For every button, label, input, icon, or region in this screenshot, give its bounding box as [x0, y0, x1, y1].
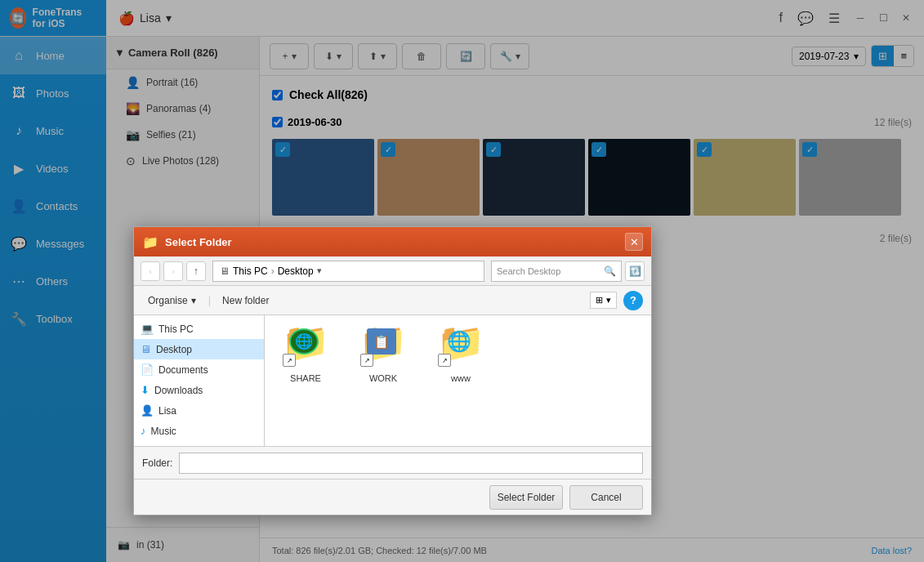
- downloads-label: Downloads: [154, 385, 203, 396]
- dialog-close-button[interactable]: ✕: [625, 233, 643, 251]
- organise-label: Organise: [148, 295, 188, 306]
- lisa-label: Lisa: [158, 405, 176, 417]
- work-label: WORK: [369, 373, 397, 383]
- dialog-title: Select Folder: [165, 236, 232, 248]
- tree-item-music[interactable]: ♪ Music: [134, 421, 264, 441]
- dialog-files-area: 📁 🌐 ↗ SHARE 📁 📋: [265, 315, 651, 446]
- thispc-label: This PC: [158, 323, 194, 335]
- refresh-button[interactable]: 🔃: [625, 261, 645, 281]
- share-shortcut-icon: ↗: [283, 354, 296, 367]
- breadcrumb-desktop: Desktop: [278, 265, 314, 277]
- thispc-icon: 💻: [141, 323, 154, 335]
- dialog-footer: Folder:: [134, 446, 651, 479]
- dialog-title-left: 📁 Select Folder: [142, 234, 232, 250]
- dialog-body: 💻 This PC 🖥 Desktop 📄 Documents ⬇ Downlo…: [134, 315, 651, 446]
- desktop-label: Desktop: [156, 344, 192, 355]
- share-folder-wrapper: 📁 🌐 ↗: [281, 323, 330, 368]
- tree-item-pictures[interactable]: 🖼 Pictures: [134, 441, 264, 446]
- lisa-icon: 👤: [141, 404, 154, 417]
- breadcrumb-dropdown-arrow[interactable]: ▾: [317, 265, 322, 276]
- dialog-folder-icon: 📁: [142, 234, 158, 250]
- dialog-inner-toolbar: Organise ▾ | New folder ⊞ ▾ ?: [134, 286, 651, 315]
- breadcrumb-separator: ›: [271, 265, 275, 277]
- help-button[interactable]: ?: [623, 291, 643, 310]
- search-icon: 🔍: [604, 265, 616, 277]
- dialog-view-button[interactable]: ⊞ ▾: [590, 292, 617, 309]
- pictures-icon: 🖼: [141, 445, 151, 446]
- select-folder-dialog: 📁 Select Folder ✕ ‹ › ↑ 🖥 This PC › Desk…: [133, 226, 652, 515]
- organise-button[interactable]: Organise ▾: [142, 291, 202, 310]
- dialog-overlay: 📁 Select Folder ✕ ‹ › ↑ 🖥 This PC › Desk…: [0, 0, 924, 562]
- breadcrumb-bar[interactable]: 🖥 This PC › Desktop ▾: [212, 261, 484, 282]
- select-folder-button[interactable]: Select Folder: [489, 485, 563, 510]
- www-ie-bg: 🌐: [444, 328, 474, 355]
- share-globe-icon: 🌐: [295, 332, 313, 350]
- share-label: SHARE: [290, 373, 321, 383]
- tree-item-lisa[interactable]: 👤 Lisa: [134, 400, 264, 421]
- documents-icon: 📄: [141, 364, 154, 376]
- work-doc-bg: 📋: [367, 328, 396, 355]
- file-item-www[interactable]: 📁 🌐 ↗ www: [428, 323, 493, 383]
- dialog-action-bar: Select Folder Cancel: [134, 479, 651, 515]
- nav-up-button[interactable]: ↑: [186, 261, 206, 281]
- search-placeholder: Search Desktop: [497, 266, 600, 276]
- desktop-icon: 🖥: [141, 343, 151, 355]
- music-folder-icon: ♪: [141, 425, 146, 437]
- music-folder-label: Music: [151, 426, 176, 437]
- cancel-button[interactable]: Cancel: [569, 485, 643, 510]
- folder-input[interactable]: [179, 453, 643, 474]
- www-ie-icon: 🌐: [447, 330, 471, 353]
- new-folder-label: New folder: [222, 295, 269, 306]
- tree-item-documents[interactable]: 📄 Documents: [134, 359, 264, 380]
- nav-back-button[interactable]: ‹: [141, 261, 160, 281]
- work-shortcut-icon: ↗: [360, 354, 373, 367]
- dialog-nav: ‹ › ↑ 🖥 This PC › Desktop ▾ Search Deskt…: [134, 256, 651, 286]
- work-folder-wrapper: 📁 📋 ↗: [359, 323, 408, 368]
- tree-item-thispc[interactable]: 💻 This PC: [134, 319, 264, 339]
- www-folder-wrapper: 📁 🌐 ↗: [436, 323, 485, 368]
- new-folder-button[interactable]: New folder: [217, 292, 274, 310]
- work-doc-icon: 📋: [373, 334, 390, 350]
- breadcrumb-folder-icon: 🖥: [220, 265, 230, 277]
- downloads-icon: ⬇: [141, 384, 150, 396]
- breadcrumb-thispc: This PC: [233, 265, 268, 277]
- file-item-work[interactable]: 📁 📋 ↗ WORK: [350, 323, 416, 383]
- view-arrow: ▾: [606, 295, 611, 306]
- dialog-tree: 💻 This PC 🖥 Desktop 📄 Documents ⬇ Downlo…: [134, 315, 265, 446]
- www-shortcut-icon: ↗: [438, 354, 451, 367]
- nav-forward-button[interactable]: ›: [163, 261, 183, 281]
- pictures-label: Pictures: [156, 446, 191, 447]
- file-item-share[interactable]: 📁 🌐 ↗ SHARE: [273, 323, 338, 383]
- www-label: www: [451, 373, 471, 383]
- tree-item-desktop[interactable]: 🖥 Desktop: [134, 339, 264, 359]
- documents-label: Documents: [158, 364, 208, 376]
- organise-arrow: ▾: [191, 295, 196, 306]
- share-globe-bg: 🌐: [289, 328, 319, 355]
- search-box[interactable]: Search Desktop 🔍: [491, 261, 622, 282]
- folder-label: Folder:: [142, 457, 172, 469]
- tree-item-downloads[interactable]: ⬇ Downloads: [134, 380, 264, 400]
- dialog-titlebar: 📁 Select Folder ✕: [134, 227, 651, 256]
- view-icon: ⊞: [596, 295, 603, 306]
